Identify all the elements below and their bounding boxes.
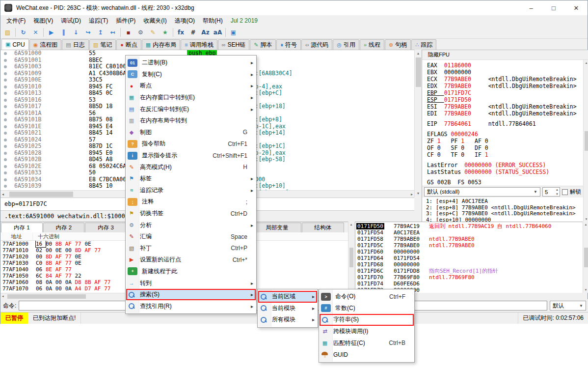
- run-button[interactable]: ▶: [45, 27, 57, 38]
- register-line[interactable]: ESI 77B9ABE0 <ntdll.DbgUiRemoteBreakin>: [427, 103, 583, 110]
- stack-row[interactable]: 0171FD54A0C17EEA: [355, 229, 583, 236]
- tab-notes[interactable]: ▥笔记: [89, 39, 116, 50]
- run-to-return-button[interactable]: ↥: [94, 27, 107, 38]
- context-menu-item[interactable]: ▧补丁Ctrl+P▸: [126, 243, 256, 255]
- unlock-checkbox[interactable]: 解锁: [562, 188, 581, 196]
- register-line[interactable]: EBX 00000000: [427, 69, 583, 76]
- stack-vscrollbar[interactable]: ▴ ▾: [583, 222, 588, 293]
- disassembly-vscrollbar[interactable]: ▴ ▾: [414, 50, 422, 197]
- stack-row[interactable]: 0171FD6000000000: [355, 249, 583, 255]
- menubar-item[interactable]: 帮助(H): [199, 15, 227, 27]
- scroll-up-icon[interactable]: ▴: [586, 61, 588, 65]
- register-line[interactable]: GS 002B FS 0053: [427, 179, 583, 186]
- dump-tab[interactable]: 内存 2: [43, 223, 85, 232]
- scrollbar-thumb[interactable]: [584, 248, 588, 267]
- register-line[interactable]: EIP 77B64061 ntdll.77B64061: [427, 120, 583, 127]
- menubar-item[interactable]: 视图(V): [29, 15, 57, 27]
- tab-trace[interactable]: ∴跟踪: [411, 39, 436, 50]
- step-over-button[interactable]: ↪: [82, 27, 94, 38]
- argument-count-spinner[interactable]: 5 ▲▼: [542, 187, 560, 197]
- breakpoint-dot[interactable]: [4, 145, 7, 148]
- stack-row[interactable]: 0171FD5077B9AC19返回到 ntdll.77B9AC19 自 ntd…: [355, 223, 583, 229]
- register-line[interactable]: EAX 01186000: [427, 62, 583, 69]
- stack-row[interactable]: 0171FD5C77B9ABE0ntdll.77B9ABE0: [355, 242, 583, 249]
- breakpoint-dot[interactable]: [4, 65, 7, 68]
- context-menu-item[interactable]: ?指令帮助Ctrl+F1▸: [126, 138, 256, 150]
- menubar-item[interactable]: 文件(F): [2, 15, 29, 27]
- stack-row[interactable]: 0171FD5877B9ABE0ntdll.77B9ABE0: [355, 236, 583, 242]
- scroll-right-icon[interactable]: ▸: [411, 192, 413, 197]
- scroll-up-icon[interactable]: ▴: [350, 223, 352, 226]
- patches-hash-button[interactable]: #: [187, 27, 199, 38]
- scrollbar-thumb[interactable]: [9, 192, 73, 197]
- command-profile-select[interactable]: 默认 ▼: [550, 301, 586, 311]
- menubar-item[interactable]: 选项(O): [171, 15, 199, 27]
- pause-button[interactable]: ‖: [57, 27, 70, 38]
- scrollbar-thumb[interactable]: [585, 131, 588, 151]
- cpu-window-button[interactable]: ▣: [227, 27, 240, 38]
- context-menu-item[interactable]: ;注释;▸: [126, 196, 256, 208]
- step-into-button[interactable]: ↓: [70, 27, 82, 38]
- breakpoint-dot[interactable]: [4, 152, 7, 155]
- tab-call-stack[interactable]: ≡调用堆栈: [181, 39, 217, 50]
- registers-vscrollbar[interactable]: ▴ ▾: [583, 60, 588, 222]
- context-menu-item[interactable]: →转到▸: [126, 277, 256, 289]
- register-line[interactable]: CF 0 TF 0 IF 1: [427, 151, 583, 158]
- minimize-button[interactable]: –: [520, 0, 542, 15]
- tab-symbols[interactable]: ♦符号: [276, 39, 301, 50]
- register-line[interactable]: ESP 0171FD50: [427, 96, 583, 103]
- settings-gear-button[interactable]: ⚙: [134, 27, 147, 38]
- restart-button[interactable]: ↻: [17, 27, 29, 38]
- calling-convention-select[interactable]: 默认 (stdcall) ▼: [424, 187, 540, 197]
- step-back-button[interactable]: ↤: [107, 27, 119, 38]
- open-file-button[interactable]: ▨: [1, 27, 14, 38]
- tab-handles[interactable]: ⊕句柄: [385, 39, 411, 50]
- breakpoint-dot[interactable]: [4, 185, 7, 188]
- scope-submenu-item[interactable]: 当前模块▸: [258, 303, 317, 314]
- register-line[interactable]: ZF 1 PF 1 AF 0: [427, 138, 583, 144]
- scroll-down-icon[interactable]: ▾: [586, 217, 588, 221]
- breakpoint-dot[interactable]: [4, 158, 7, 161]
- stack-row[interactable]: 0171FD74D60FE6D6: [355, 281, 583, 287]
- tab-cpu[interactable]: ▣CPU: [1, 39, 29, 50]
- tab-log[interactable]: ▤日志: [62, 39, 88, 50]
- scroll-left-icon[interactable]: ◂: [2, 294, 4, 298]
- breakpoint-dot[interactable]: [4, 99, 7, 102]
- spinner-arrows-icon[interactable]: ▲▼: [556, 188, 559, 197]
- breakpoint-dot[interactable]: [4, 59, 7, 62]
- maximize-button[interactable]: □: [542, 0, 565, 15]
- context-menu-item[interactable]: ●断点▸: [126, 80, 256, 92]
- menubar-item[interactable]: 插件(P): [112, 15, 139, 27]
- stack-row[interactable]: 0171FD7077B69F80ntdll.77B69F80: [355, 274, 583, 281]
- checkbox-icon[interactable]: [562, 189, 568, 195]
- argument-row[interactable]: 3: [esp+C] 77B9ABE0 <ntdll.DbgUiRemoteBr…: [426, 211, 583, 217]
- search-submenu-item[interactable]: GUID▸: [320, 349, 414, 361]
- context-menu-item[interactable]: ▤在反汇编中转到(E)▸: [126, 103, 256, 115]
- stack-row[interactable]: 0171FD6C0171FDD8指向SEH_Record[1]的指针: [355, 268, 583, 274]
- breakpoint-dot[interactable]: [4, 72, 7, 75]
- breakpoint-dot[interactable]: [4, 171, 7, 174]
- context-menu-item[interactable]: ≈追踪记录▸: [126, 185, 256, 197]
- scroll-down-icon[interactable]: ▾: [585, 288, 587, 292]
- register-line[interactable]: EFLAGS 00000246: [427, 131, 583, 138]
- breakpoint-dot[interactable]: [4, 139, 7, 142]
- context-menu-item[interactable]: ⚙分析▸: [126, 219, 256, 231]
- context-menu-item[interactable]: ◆制图G▸: [126, 127, 256, 139]
- search-submenu-item[interactable]: ▦匹配特征(C)Ctrl+B▸: [320, 337, 414, 349]
- scroll-down-icon[interactable]: ▾: [417, 191, 419, 196]
- search-submenu-item[interactable]: 字符串(S)▸: [320, 314, 414, 326]
- register-line[interactable]: OF 0 SF 0 DF 0: [427, 144, 583, 151]
- breakpoint-dot[interactable]: [4, 92, 7, 95]
- scope-submenu-item[interactable]: 所有模块▸: [258, 314, 317, 326]
- strings-az-button[interactable]: Az: [199, 27, 212, 38]
- context-menu-item[interactable]: 01二进制(B)▸: [126, 57, 256, 69]
- register-line[interactable]: EDI 77B9ABE0 <ntdll.DbgUiRemoteBreakin>: [427, 110, 583, 117]
- dump-tab[interactable]: 结构体: [302, 223, 345, 232]
- comments-button[interactable]: ✎: [147, 27, 159, 38]
- context-menu-item[interactable]: ⚑标签▸: [126, 173, 256, 185]
- tab-seh[interactable]: ∞SEH链: [218, 39, 250, 50]
- scrollbar-thumb[interactable]: [349, 248, 353, 267]
- menubar-item[interactable]: 收藏夹(I): [139, 15, 170, 27]
- close-button[interactable]: ✕: [565, 0, 588, 15]
- context-menu-item[interactable]: 搜索(S)▸: [126, 289, 256, 301]
